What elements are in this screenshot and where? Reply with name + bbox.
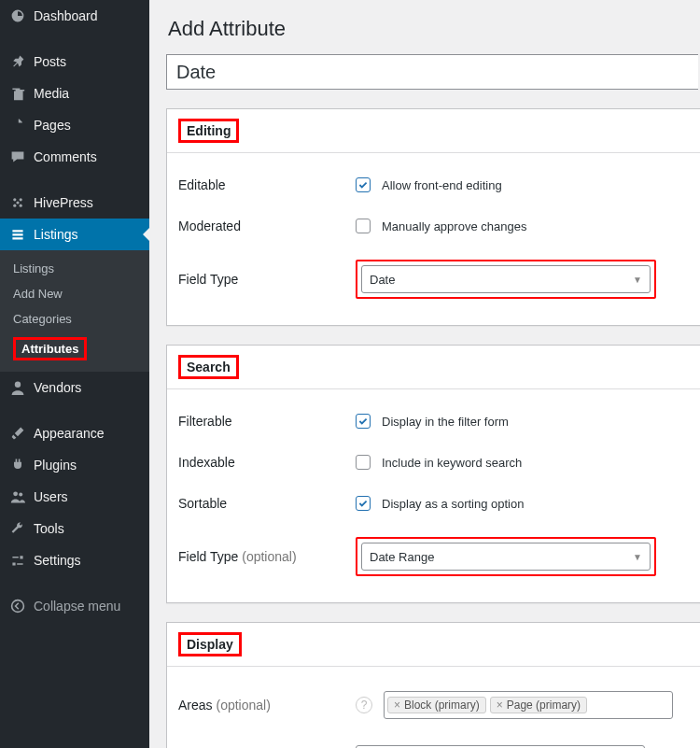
sidebar-item-comments[interactable]: Comments: [0, 141, 149, 173]
wrench-icon: [9, 520, 26, 537]
sidebar-item-label: Tools: [34, 521, 64, 536]
label-areas: Areas (optional): [178, 698, 356, 713]
select-search-field-type[interactable]: Date Range ▼: [361, 543, 651, 571]
sidebar-item-pages[interactable]: Pages: [0, 109, 149, 141]
sidebar-item-tools[interactable]: Tools: [0, 513, 149, 544]
sidebar-item-label: Comments: [34, 149, 97, 164]
user-icon: [9, 379, 26, 396]
hivepress-icon: [9, 194, 26, 211]
sidebar-item-label: Listings: [34, 227, 77, 242]
checkbox-filterable[interactable]: [356, 414, 371, 429]
dashboard-icon: [9, 7, 26, 24]
attribute-name-input[interactable]: [166, 54, 698, 90]
areas-token-input[interactable]: × Block (primary) × Page (primary): [384, 691, 673, 719]
sidebar-item-label: Plugins: [34, 458, 77, 473]
sidebar-item-label: Posts: [34, 54, 66, 69]
sidebar-item-label: Collapse menu: [34, 599, 120, 614]
sidebar-item-label: Vendors: [34, 380, 81, 395]
checkbox-moderated[interactable]: [356, 219, 371, 233]
sidebar-item-media[interactable]: Media: [0, 78, 149, 109]
media-icon: [9, 85, 26, 102]
comment-icon: [9, 148, 26, 165]
label-sortable: Sortable: [178, 496, 356, 511]
section-editing: Editing Editable Allow front-end editing…: [166, 108, 700, 326]
sidebar-submenu-listings: Listings Add New Categories Attributes: [0, 250, 149, 372]
pin-icon: [9, 53, 26, 70]
page-icon: [9, 117, 26, 134]
checkbox-label-moderated: Manually approve changes: [382, 219, 526, 233]
sidebar-item-label: HivePress: [34, 195, 93, 210]
sidebar-item-appearance[interactable]: Appearance: [0, 417, 149, 449]
sidebar-item-label: Pages: [34, 118, 71, 133]
section-heading-search: Search: [167, 346, 700, 389]
sidebar-item-label: Users: [34, 489, 68, 504]
highlight-search-field-type: Date Range ▼: [356, 537, 656, 576]
sidebar-item-hivepress[interactable]: HivePress: [0, 187, 149, 219]
main-content: Add Attribute Editing Editable Allow fro…: [149, 0, 700, 748]
checkbox-label-editable: Allow front-end editing: [382, 178, 502, 192]
label-moderated: Moderated: [178, 219, 356, 233]
remove-token-icon[interactable]: ×: [497, 699, 503, 712]
checkbox-label-sortable: Display as a sorting option: [382, 497, 524, 511]
sidebar-collapse[interactable]: Collapse menu: [0, 590, 149, 622]
svg-point-2: [13, 205, 16, 207]
select-value: Date: [370, 273, 395, 287]
checkbox-label-indexable: Include in keyword search: [382, 456, 522, 470]
sidebar-sub-categories[interactable]: Categories: [0, 306, 149, 332]
svg-point-3: [20, 205, 22, 207]
page-title: Add Attribute: [168, 17, 700, 41]
section-heading-editing: Editing: [167, 109, 700, 153]
sidebar-item-settings[interactable]: Settings: [0, 544, 149, 576]
checkbox-indexable[interactable]: [356, 455, 371, 470]
highlight-editing: Editing: [178, 119, 239, 143]
list-icon: [9, 226, 26, 243]
token-area[interactable]: × Block (primary): [387, 697, 486, 713]
sidebar-item-posts[interactable]: Posts: [0, 46, 149, 78]
users-icon: [9, 488, 26, 505]
caret-down-icon: ▼: [633, 275, 642, 285]
caret-down-icon: ▼: [633, 552, 642, 562]
remove-token-icon[interactable]: ×: [394, 699, 400, 712]
collapse-icon: [9, 598, 26, 614]
section-display: Display Areas (optional) ? × Block (prim…: [166, 622, 700, 748]
help-icon[interactable]: ?: [356, 697, 372, 713]
sliders-icon: [9, 552, 26, 569]
select-value: Date Range: [370, 550, 434, 564]
sidebar-item-users[interactable]: Users: [0, 481, 149, 513]
svg-point-8: [12, 600, 24, 613]
svg-point-0: [13, 198, 16, 201]
sidebar-item-label: Appearance: [34, 426, 105, 441]
checkbox-editable[interactable]: [356, 177, 371, 192]
sidebar-sub-listings[interactable]: Listings: [0, 256, 149, 281]
highlight-editing-field-type: Date ▼: [356, 260, 656, 299]
label-filterable: Filterable: [178, 414, 356, 429]
token-area[interactable]: × Page (primary): [490, 697, 587, 713]
section-heading-display: Display: [167, 623, 700, 667]
sidebar-item-label: Dashboard: [34, 8, 98, 23]
svg-point-4: [16, 201, 19, 204]
checkbox-sortable[interactable]: [356, 496, 371, 511]
sidebar-sub-add-new[interactable]: Add New: [0, 281, 149, 306]
section-search: Search Filterable Display in the filter …: [166, 345, 700, 603]
brush-icon: [9, 425, 26, 442]
label-editing-field-type: Field Type: [178, 272, 356, 287]
sidebar-sub-attributes[interactable]: Attributes: [0, 332, 149, 366]
svg-point-7: [19, 493, 22, 497]
sidebar-item-label: Media: [34, 86, 69, 101]
sidebar-item-label: Settings: [34, 553, 81, 568]
label-editable: Editable: [178, 177, 356, 192]
sidebar-item-vendors[interactable]: Vendors: [0, 372, 149, 403]
label-indexable: Indexable: [178, 455, 356, 470]
sidebar-item-dashboard[interactable]: Dashboard: [0, 0, 149, 32]
plug-icon: [9, 457, 26, 473]
highlight-search: Search: [178, 355, 239, 379]
label-search-field-type: Field Type (optional): [178, 549, 356, 564]
admin-sidebar: Dashboard Posts Media Pages Comments Hiv…: [0, 0, 149, 748]
svg-point-6: [13, 491, 18, 496]
highlight-attributes: Attributes: [13, 337, 87, 360]
svg-point-1: [20, 198, 22, 201]
checkbox-label-filterable: Display in the filter form: [382, 415, 509, 429]
sidebar-item-listings[interactable]: Listings: [0, 219, 149, 250]
select-editing-field-type[interactable]: Date ▼: [361, 265, 651, 293]
sidebar-item-plugins[interactable]: Plugins: [0, 449, 149, 481]
